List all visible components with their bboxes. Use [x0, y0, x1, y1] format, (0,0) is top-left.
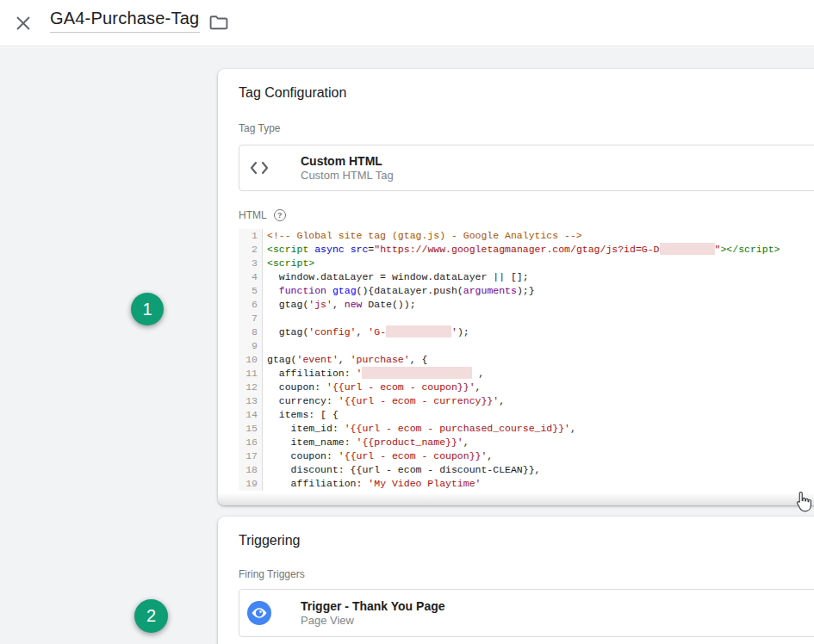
html-field-header: HTML ?	[239, 209, 286, 221]
line-number: 3	[239, 257, 263, 270]
firing-triggers-label: Firing Triggers	[239, 568, 305, 580]
gtm-tag-editor-page: GA4-Purchase-Tag Tag Configuration Tag T…	[0, 0, 814, 644]
line-number: 11	[239, 367, 263, 381]
line-number: 19	[239, 477, 263, 491]
tag-type-description: Custom HTML Tag	[301, 169, 394, 183]
editor-bottom-fade	[218, 492, 814, 505]
code-line: 18 discount: {{url - ecom - discount-CLE…	[239, 463, 814, 477]
redacted-value	[362, 367, 472, 379]
step-2-badge: 2	[134, 599, 168, 633]
triggering-title: Triggering	[239, 533, 300, 548]
line-number: 12	[239, 381, 263, 394]
code-line: 12 coupon: '{{url - ecom - coupon}}',	[239, 381, 814, 394]
tag-configuration-title: Tag Configuration	[239, 85, 346, 101]
code-line: 3<script>	[239, 257, 814, 270]
code-brackets-icon	[239, 159, 279, 176]
trigger-type: Page View	[301, 614, 445, 628]
code-line: 8 gtag('config', 'G-');	[239, 325, 814, 339]
line-number: 1	[239, 229, 263, 243]
code-line: 17 coupon: '{{url - ecom - coupon}}',	[239, 449, 814, 463]
code-line: 5 function gtag(){dataLayer.push(argumen…	[239, 284, 814, 298]
code-lines-container: 1<!-- Global site tag (gtag.js) - Google…	[239, 229, 814, 491]
line-number: 10	[239, 353, 263, 367]
tag-type-name: Custom HTML	[301, 154, 394, 169]
code-line: 1<!-- Global site tag (gtag.js) - Google…	[239, 229, 814, 243]
step-1-badge: 1	[131, 293, 164, 325]
tag-type-selector[interactable]: Custom HTML Custom HTML Tag	[239, 145, 814, 191]
triggering-card: Triggering Firing Triggers Trigger - Tha…	[218, 517, 814, 644]
code-line: 13 currency: '{{url - ecom - currency}}'…	[239, 394, 814, 408]
line-number: 2	[239, 243, 263, 257]
code-line: 11 affiliation: ' ,	[239, 367, 814, 381]
code-line: 15 item_id: '{{url - ecom - purchased_co…	[239, 422, 814, 436]
line-number: 16	[239, 436, 263, 449]
code-line: 2<script async src="https://www.googleta…	[239, 243, 814, 257]
trigger-name: Trigger - Thank You Page	[301, 599, 445, 614]
code-line: 7	[239, 312, 814, 325]
line-number: 8	[239, 325, 263, 339]
code-line: 4 window.dataLayer = window.dataLayer ||…	[239, 270, 814, 284]
line-number: 7	[239, 312, 263, 325]
line-number: 18	[239, 463, 263, 477]
code-line: 19 affiliation: 'My Video Playtime'	[239, 477, 814, 491]
header-bar: GA4-Purchase-Tag	[0, 0, 814, 46]
line-number: 5	[239, 284, 263, 298]
line-number: 15	[239, 422, 263, 436]
code-line: 9	[239, 339, 814, 353]
redacted-value	[660, 243, 715, 255]
line-number: 9	[239, 339, 263, 353]
code-line: 10gtag('event', 'purchase', {	[239, 353, 814, 367]
redacted-value	[386, 325, 451, 337]
html-code-editor[interactable]: 1<!-- Global site tag (gtag.js) - Google…	[239, 229, 814, 492]
trigger-row[interactable]: Trigger - Thank You Page Page View	[239, 589, 814, 637]
help-icon[interactable]: ?	[274, 209, 286, 221]
line-number: 13	[239, 394, 263, 408]
tag-name-field[interactable]: GA4-Purchase-Tag	[50, 9, 200, 33]
folder-icon[interactable]	[208, 12, 231, 34]
code-line: 16 item_name: '{{product_name}}',	[239, 436, 814, 449]
workspace-background: Tag Configuration Tag Type Custom HTML C…	[0, 47, 814, 644]
tag-name-title[interactable]: GA4-Purchase-Tag	[50, 9, 199, 28]
close-icon[interactable]	[12, 12, 34, 34]
tag-type-label: Tag Type	[239, 122, 280, 134]
line-number: 14	[239, 408, 263, 422]
tag-configuration-card: Tag Configuration Tag Type Custom HTML C…	[218, 69, 814, 505]
line-number: 4	[239, 270, 263, 284]
line-number: 6	[239, 298, 263, 312]
code-line: 14 items: [ {	[239, 408, 814, 422]
page-view-eye-icon	[239, 601, 279, 625]
line-number: 17	[239, 449, 263, 463]
code-line: 6 gtag('js', new Date());	[239, 298, 814, 312]
html-field-label: HTML	[239, 209, 267, 221]
